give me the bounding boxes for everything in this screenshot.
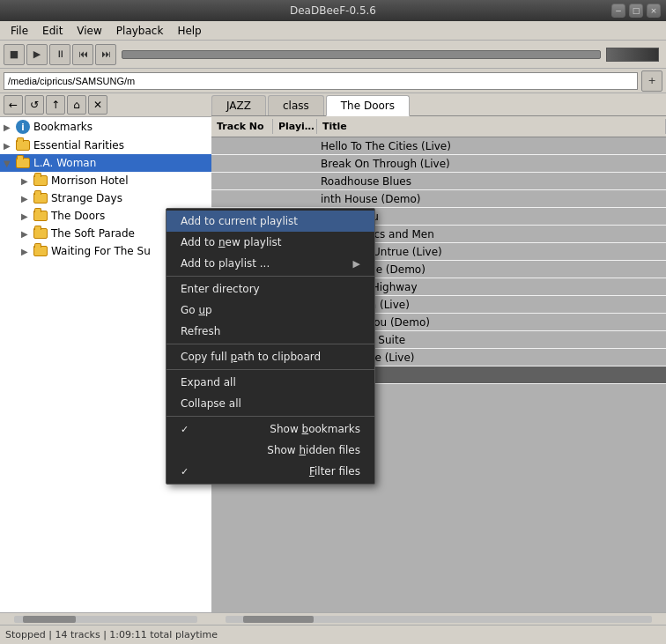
- add-button[interactable]: +: [641, 70, 662, 92]
- ctx-label-enter-dir: Enter directory: [181, 283, 260, 295]
- tree-item-label-bookmarks: Bookmarks: [33, 121, 92, 133]
- column-headers: Track No Playi… Title: [211, 116, 666, 137]
- play-button[interactable]: ▶: [26, 44, 48, 65]
- tree-item-strange-days[interactable]: ▶ Strange Days: [0, 189, 211, 207]
- ctx-label-show-bookmarks: Show bookmarks: [270, 423, 360, 435]
- expand-arrow-morrison: ▶: [21, 176, 32, 186]
- app-window: DeaDBeeF-0.5.6 − □ × File Edit View Play…: [0, 0, 666, 644]
- ctx-check-filter: ✓: [181, 466, 189, 477]
- tab-jazz[interactable]: JAZZ: [211, 95, 266, 115]
- nav-up-button[interactable]: ↑: [46, 95, 65, 115]
- hscroll-thumb-left[interactable]: [23, 616, 76, 623]
- ctx-expand-all[interactable]: Expand all: [166, 372, 374, 393]
- progress-bar[interactable]: [122, 50, 601, 59]
- minimize-button[interactable]: −: [611, 4, 625, 18]
- tree-item-la-woman[interactable]: ▼ L.A. Woman: [0, 154, 211, 172]
- track-row[interactable]: Roadhouse Blues: [211, 173, 666, 190]
- tree-item-label-doors: The Doors: [51, 210, 105, 222]
- folder-icon-soft: [33, 228, 48, 239]
- col-header-trackno[interactable]: Track No: [211, 119, 273, 134]
- ctx-copy-path[interactable]: Copy full path to clipboard: [166, 346, 374, 367]
- scrollbar-row: [0, 612, 666, 625]
- ctx-check-bookmarks: ✓: [181, 424, 189, 435]
- track-row[interactable]: Hello To The Cities (Live): [211, 137, 666, 155]
- menu-file[interactable]: File: [4, 23, 35, 39]
- stop-button[interactable]: ■: [4, 44, 25, 65]
- track-row[interactable]: inth House (Demo): [211, 190, 666, 208]
- ctx-show-hidden[interactable]: ✓ Show hidden files: [166, 440, 374, 461]
- ctx-label-refresh: Refresh: [181, 325, 220, 337]
- expand-arrow-essential: ▶: [4, 141, 14, 151]
- hscroll-track-right[interactable]: [226, 616, 652, 623]
- next-button[interactable]: ⏭: [95, 44, 116, 65]
- tree-item-label-morrison: Morrison Hotel: [51, 174, 129, 187]
- context-menu: Add to current playlist Add to new playl…: [166, 208, 375, 485]
- close-button[interactable]: ×: [647, 4, 661, 18]
- track-cell-title: Break On Through (Live): [321, 158, 662, 170]
- ctx-show-bookmarks[interactable]: ✓ Show bookmarks: [166, 418, 374, 440]
- track-row[interactable]: Break On Through (Live): [211, 155, 666, 173]
- titlebar-buttons: − □ ×: [611, 4, 661, 18]
- tab-class[interactable]: class: [268, 95, 324, 115]
- ctx-label-filter-files: Filter files: [309, 465, 360, 477]
- status-text: Stopped | 14 tracks | 1:09:11 total play…: [5, 629, 218, 640]
- nav-toolbar: ← ↺ ↑ ⌂ ✕: [0, 93, 211, 117]
- prev-button[interactable]: ⏮: [72, 44, 93, 65]
- volume-bar[interactable]: [606, 48, 659, 62]
- col-header-playing[interactable]: Playi…: [273, 119, 317, 134]
- nav-refresh-button[interactable]: ↺: [25, 95, 44, 115]
- titlebar: DeaDBeeF-0.5.6 − □ ×: [0, 0, 666, 21]
- expand-arrow-soft: ▶: [21, 229, 32, 239]
- ctx-refresh[interactable]: Refresh: [166, 321, 374, 342]
- expand-arrow-strange: ▶: [21, 194, 32, 204]
- statusbar: Stopped | 14 tracks | 1:09:11 total play…: [0, 625, 666, 644]
- nav-home-button[interactable]: ⌂: [67, 95, 86, 115]
- menu-view[interactable]: View: [70, 23, 108, 39]
- folder-icon-doors: [33, 211, 48, 221]
- filepath-toolbar: +: [0, 69, 666, 93]
- tree-item-label-la-woman: L.A. Woman: [33, 157, 96, 169]
- menu-edit[interactable]: Edit: [35, 23, 70, 39]
- ctx-go-up[interactable]: Go up: [166, 300, 374, 321]
- window-title: DeaDBeeF-0.5.6: [290, 4, 376, 17]
- ctx-label-show-hidden: Show hidden files: [267, 444, 360, 456]
- folder-icon-essential: [16, 140, 30, 151]
- ctx-label-add-new: Add to new playlist: [181, 236, 282, 248]
- file-path-input[interactable]: [4, 72, 638, 90]
- ctx-label-go-up: Go up: [181, 304, 212, 316]
- tab-the-doors[interactable]: The Doors: [326, 95, 410, 116]
- ctx-enter-dir[interactable]: Enter directory: [166, 278, 374, 300]
- ctx-add-current[interactable]: Add to current playlist: [166, 211, 374, 232]
- ctx-filter-files[interactable]: ✓ Filter files: [166, 461, 374, 482]
- col-header-title[interactable]: Title: [317, 119, 666, 134]
- ctx-separator-1: [166, 276, 374, 277]
- ctx-arrow-icon: ▶: [353, 258, 360, 270]
- tree-item-essential-rarities[interactable]: ▶ Essential Rarities: [0, 137, 211, 154]
- track-cell-title: inth House (Demo): [321, 193, 662, 205]
- nav-clear-button[interactable]: ✕: [88, 95, 107, 115]
- ctx-collapse-all[interactable]: Collapse all: [166, 393, 374, 414]
- hscroll-thumb-right[interactable]: [243, 616, 314, 623]
- track-cell-title: Hello To The Cities (Live): [321, 140, 662, 152]
- maximize-button[interactable]: □: [629, 4, 643, 18]
- pause-button[interactable]: ⏸: [49, 44, 70, 65]
- tree-item-label-waiting: Waiting For The Su: [51, 245, 151, 257]
- tree-item-bookmarks[interactable]: ▶ i Bookmarks: [0, 117, 211, 137]
- ctx-separator-3: [166, 369, 374, 370]
- ctx-add-playlist[interactable]: Add to playlist ... ▶: [166, 253, 374, 274]
- track-cell-title: Roadhouse Blues: [321, 175, 662, 188]
- nav-back-button[interactable]: ←: [4, 95, 23, 115]
- menu-help[interactable]: Help: [170, 23, 208, 39]
- folder-icon-la-woman: [16, 158, 30, 168]
- folder-icon-waiting: [33, 246, 48, 256]
- expand-arrow-doors: ▶: [21, 211, 32, 221]
- ctx-add-new[interactable]: Add to new playlist: [166, 232, 374, 253]
- hscroll-track-left[interactable]: [14, 616, 197, 623]
- menu-playback[interactable]: Playback: [109, 23, 171, 39]
- tree-item-morrison-hotel[interactable]: ▶ Morrison Hotel: [0, 172, 211, 189]
- ctx-label-copy-path: Copy full path to clipboard: [181, 351, 321, 363]
- expand-arrow-la-woman: ▼: [4, 159, 14, 168]
- ctx-label-add-current: Add to current playlist: [181, 215, 298, 227]
- playback-toolbar: ■ ▶ ⏸ ⏮ ⏭: [0, 41, 666, 69]
- bookmarks-icon: i: [16, 120, 30, 134]
